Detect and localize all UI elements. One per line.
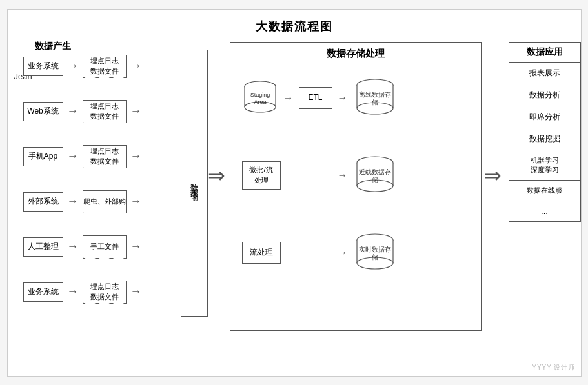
storage-section: 数据存储处理 Staging Area →	[230, 42, 482, 331]
storage-row-2: 微批/流处理 → 近线数据存 储	[242, 156, 469, 195]
sources-label: 数据产生	[35, 41, 71, 52]
source-row-3: 手机App → 埋点日志数据文件 →	[23, 145, 142, 168]
app-item-4: 数据挖掘	[509, 128, 581, 150]
doc-box-5: 手工文件	[83, 235, 127, 259]
source-box-1: 业务系统	[23, 57, 63, 76]
svg-text:实时数据存: 实时数据存	[359, 246, 391, 253]
source-row-1: 业务系统 → 埋点日志数据文件 →	[23, 55, 142, 78]
doc-box-3: 埋点日志数据文件	[83, 145, 127, 168]
staging-cylinder: Staging Area	[242, 80, 278, 116]
source-box-6: 业务系统	[23, 282, 63, 302]
svg-text:Area: Area	[254, 99, 266, 105]
storage-label: 数据存储处理	[230, 43, 481, 64]
app-label: 数据应用	[509, 42, 581, 63]
storage-row-3: 流处理 → 实时数据存 储	[242, 233, 469, 272]
source-box-3: 手机App	[23, 147, 63, 166]
storage-to-app-arrow: ⇒	[484, 163, 502, 188]
offline-storage-cylinder: 离线数据存 储	[353, 79, 397, 117]
svg-text:近线数据存: 近线数据存	[359, 168, 391, 175]
source-row-6: 业务系统 → 埋点日志数据文件 →	[23, 281, 142, 304]
realtime-storage-cylinder: 实时数据存 储	[353, 233, 397, 272]
source-box-5: 人工整理	[23, 237, 63, 257]
doc-box-4: 爬虫、外部购	[83, 190, 127, 213]
stream-process-box: 流处理	[242, 242, 281, 264]
source-box-4: 外部系统	[23, 192, 63, 212]
svg-text:储: 储	[372, 176, 378, 183]
page-title: 大数据流程图	[8, 10, 581, 34]
app-item-5: 机器学习深度学习	[509, 150, 581, 181]
etl-box: ETL	[299, 87, 332, 109]
application-section: 数据应用 报表展示 数据分析 即席分析 数据挖掘 机器学习深度学习 数据在线服 …	[509, 42, 581, 222]
source-row-2: Web系统 → 埋点日志数据文件 →	[23, 100, 142, 123]
collection-label: 数据采集传输	[188, 177, 199, 189]
collection-box: 数据采集传输	[181, 50, 208, 317]
app-item-2: 数据分析	[509, 84, 581, 106]
source-box-2: Web系统	[23, 102, 63, 121]
svg-text:储: 储	[372, 99, 378, 106]
micro-batch-box: 微批/流处理	[242, 161, 281, 190]
doc-box-2: 埋点日志数据文件	[83, 100, 127, 123]
doc-box-6: 埋点日志数据文件	[83, 281, 127, 304]
watermark: YYYY 设计师	[532, 363, 575, 372]
app-item-3: 即席分析	[509, 106, 581, 128]
doc-box-1: 埋点日志数据文件	[83, 55, 127, 78]
svg-text:Staging: Staging	[250, 92, 270, 98]
source-row-4: 外部系统 → 爬虫、外部购 →	[23, 190, 142, 213]
canvas: 大数据流程图 Jean 数据产生 业务系统 → 埋点日志数据文件 → Web系统…	[7, 9, 582, 377]
source-row-5: 人工整理 → 手工文件 →	[23, 235, 142, 259]
app-item-6: 数据在线服	[509, 181, 581, 201]
svg-text:储: 储	[372, 253, 378, 261]
nearline-storage-cylinder: 近线数据存 储	[353, 156, 397, 195]
svg-text:离线数据存: 离线数据存	[359, 91, 391, 98]
app-item-1: 报表展示	[509, 63, 581, 84]
app-item-7: ...	[509, 201, 581, 222]
main-arrow: ⇒	[208, 163, 225, 188]
storage-row-1: Staging Area → ETL → 离线数据存	[242, 79, 469, 117]
